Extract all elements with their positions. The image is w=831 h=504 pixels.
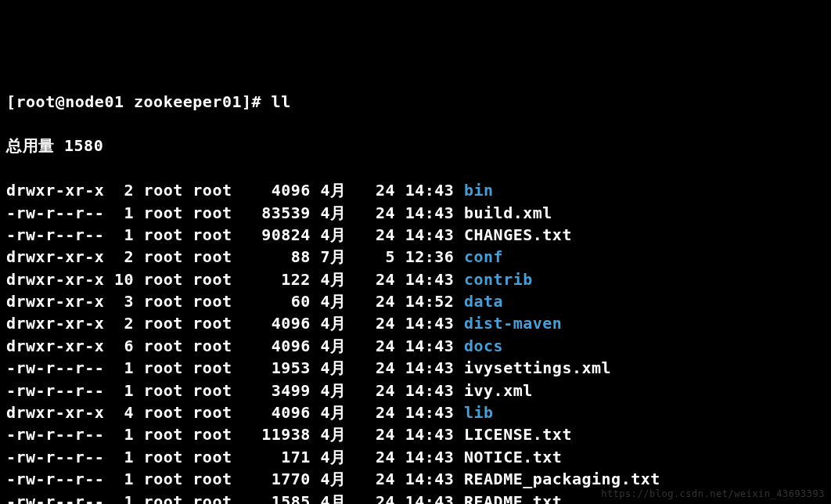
file-time: 14:43 — [405, 425, 455, 444]
file-perms: drwxr-xr-x — [6, 337, 104, 355]
file-perms: drwxr-xr-x — [6, 403, 104, 422]
file-listing: drwxr-xr-x 2 root root 4096 4月 24 14:43 … — [6, 179, 825, 504]
file-month: 4月 — [320, 470, 356, 488]
file-size: 4096 — [242, 337, 311, 355]
file-perms: -rw-r--r-- — [6, 448, 104, 466]
file-size: 60 — [242, 292, 311, 311]
file-day: 24 — [366, 470, 396, 488]
file-size: 122 — [242, 270, 311, 289]
file-group: root — [192, 470, 232, 488]
file-day: 24 — [366, 358, 396, 377]
file-row: -rw-r--r-- 1 root root 3499 4月 24 14:43 … — [6, 380, 825, 401]
file-name: README_packaging.txt — [464, 470, 660, 488]
file-day: 24 — [366, 492, 396, 504]
file-month: 4月 — [320, 381, 356, 400]
file-day: 24 — [366, 270, 396, 289]
file-links: 2 — [114, 314, 134, 333]
file-month: 4月 — [320, 203, 356, 222]
file-row: -rw-r--r-- 1 root root 83539 4月 24 14:43… — [6, 202, 825, 224]
file-time: 14:43 — [405, 358, 455, 377]
file-name: ivysettings.xml — [464, 358, 611, 377]
file-month: 4月 — [320, 292, 356, 311]
file-perms: drwxr-xr-x — [6, 247, 104, 266]
file-time: 14:43 — [405, 181, 455, 200]
file-day: 5 — [366, 247, 396, 266]
file-time: 14:43 — [405, 403, 455, 422]
file-perms: -rw-r--r-- — [6, 225, 104, 244]
file-name: dist-maven — [464, 314, 562, 333]
file-perms: -rw-r--r-- — [6, 425, 104, 444]
file-group: root — [192, 292, 232, 311]
file-owner: root — [144, 492, 183, 504]
file-owner: root — [144, 403, 183, 422]
file-owner: root — [144, 181, 183, 200]
file-name: ivy.xml — [464, 381, 533, 400]
file-links: 3 — [114, 292, 134, 311]
file-size: 4096 — [242, 181, 311, 200]
total-line: 总用量 1580 — [6, 135, 825, 157]
file-day: 24 — [366, 181, 396, 200]
file-links: 2 — [114, 181, 134, 200]
file-time: 14:43 — [405, 492, 455, 504]
file-day: 24 — [366, 225, 396, 244]
file-group: root — [192, 381, 232, 400]
terminal-prompt[interactable]: [root@node01 zookeeper01]# ll — [6, 91, 825, 113]
file-name: data — [464, 292, 503, 311]
file-owner: root — [144, 470, 183, 488]
file-links: 1 — [114, 470, 134, 488]
file-perms: -rw-r--r-- — [6, 381, 104, 400]
file-time: 12:36 — [405, 247, 455, 266]
file-month: 7月 — [320, 247, 356, 266]
file-group: root — [192, 492, 232, 504]
file-name: contrib — [464, 270, 533, 289]
file-time: 14:43 — [405, 381, 455, 400]
file-owner: root — [144, 292, 183, 311]
file-group: root — [192, 337, 232, 355]
file-time: 14:43 — [405, 203, 455, 222]
file-month: 4月 — [320, 337, 356, 355]
file-day: 24 — [366, 425, 396, 444]
file-month: 4月 — [320, 403, 356, 422]
file-group: root — [192, 448, 232, 466]
file-name: lib — [464, 403, 494, 422]
file-links: 1 — [114, 492, 134, 504]
file-group: root — [192, 314, 232, 333]
file-group: root — [192, 225, 232, 244]
file-owner: root — [144, 203, 183, 222]
file-perms: drwxr-xr-x — [6, 292, 104, 311]
file-row: drwxr-xr-x 2 root root 4096 4月 24 14:43 … — [6, 179, 825, 201]
file-size: 4096 — [242, 314, 311, 333]
file-size: 1953 — [242, 358, 311, 377]
file-perms: -rw-r--r-- — [6, 203, 104, 222]
file-owner: root — [144, 425, 183, 444]
file-size: 83539 — [242, 203, 311, 222]
file-day: 24 — [366, 403, 396, 422]
file-row: -rw-r--r-- 1 root root 1953 4月 24 14:43 … — [6, 357, 825, 379]
file-links: 1 — [114, 203, 134, 222]
file-size: 1770 — [242, 470, 311, 488]
file-group: root — [192, 181, 232, 200]
file-name: LICENSE.txt — [464, 425, 572, 444]
file-links: 6 — [114, 337, 134, 355]
file-day: 24 — [366, 381, 396, 400]
file-row: -rw-r--r-- 1 root root 11938 4月 24 14:43… — [6, 423, 825, 445]
file-size: 11938 — [242, 425, 311, 444]
file-owner: root — [144, 358, 183, 377]
file-group: root — [192, 425, 232, 444]
file-owner: root — [144, 270, 183, 289]
file-name: bin — [464, 181, 494, 200]
file-group: root — [192, 403, 232, 422]
file-time: 14:43 — [405, 470, 455, 488]
file-links: 2 — [114, 247, 134, 266]
file-time: 14:43 — [405, 448, 455, 466]
file-day: 24 — [366, 448, 396, 466]
file-month: 4月 — [320, 425, 356, 444]
file-time: 14:52 — [405, 292, 455, 311]
file-time: 14:43 — [405, 225, 455, 244]
file-size: 90824 — [242, 225, 311, 244]
file-row: drwxr-xr-x 2 root root 88 7月 5 12:36 con… — [6, 246, 825, 268]
file-links: 4 — [114, 403, 134, 422]
file-size: 88 — [242, 247, 311, 266]
file-owner: root — [144, 314, 183, 333]
file-size: 4096 — [242, 403, 311, 422]
